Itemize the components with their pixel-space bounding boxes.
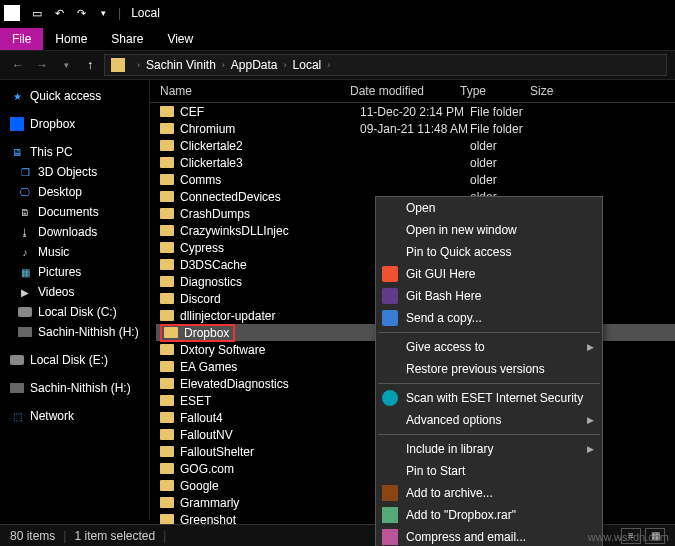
menu-item-label: Compress and email... bbox=[406, 530, 526, 544]
qat-redo-icon[interactable]: ↷ bbox=[73, 5, 89, 21]
qat-new-folder-icon[interactable]: ▭ bbox=[29, 5, 45, 21]
file-date: 09-Jan-21 11:48 AM bbox=[360, 122, 470, 136]
recent-dropdown[interactable]: ▾ bbox=[56, 55, 76, 75]
video-icon: ▶ bbox=[18, 285, 32, 299]
menu-item[interactable]: Advanced options▶ bbox=[376, 409, 602, 431]
chevron-right-icon[interactable]: › bbox=[137, 60, 140, 70]
menu-item[interactable]: Restore previous versions bbox=[376, 358, 602, 380]
back-button[interactable]: ← bbox=[8, 55, 28, 75]
table-row[interactable]: Commsolder bbox=[156, 171, 675, 188]
ribbon-tabs: File Home Share View bbox=[0, 26, 675, 50]
sidebar-label: Dropbox bbox=[30, 117, 75, 131]
sidebar-quick-access[interactable]: ★ Quick access bbox=[0, 86, 149, 106]
sidebar-item-downloads[interactable]: ⭳Downloads bbox=[0, 222, 149, 242]
sidebar-item-music[interactable]: ♪Music bbox=[0, 242, 149, 262]
menu-item[interactable]: Open in new window bbox=[376, 219, 602, 241]
desktop-icon: 🖵 bbox=[18, 185, 32, 199]
tab-share[interactable]: Share bbox=[99, 28, 155, 50]
menu-item-label: Open bbox=[406, 201, 435, 215]
qat-undo-icon[interactable]: ↶ bbox=[51, 5, 67, 21]
chevron-right-icon[interactable]: › bbox=[284, 60, 287, 70]
menu-item-label: Pin to Quick access bbox=[406, 245, 511, 259]
col-name[interactable]: Name bbox=[160, 84, 350, 98]
menu-item[interactable]: Add to "Dropbox.rar" bbox=[376, 504, 602, 526]
file-name: D3DSCache bbox=[180, 258, 360, 272]
sidebar-this-pc[interactable]: 🖥 This PC bbox=[0, 142, 149, 162]
sidebar-label: Pictures bbox=[38, 265, 81, 279]
tab-file[interactable]: File bbox=[0, 28, 43, 50]
sidebar-label: Local Disk (E:) bbox=[30, 353, 108, 367]
file-name: Clickertale2 bbox=[180, 139, 360, 153]
menu-item[interactable]: Send a copy... bbox=[376, 307, 602, 329]
file-name: CEF bbox=[180, 105, 360, 119]
tab-home[interactable]: Home bbox=[43, 28, 99, 50]
menu-item[interactable]: Compress and email... bbox=[376, 526, 602, 546]
crumb-2[interactable]: Local bbox=[293, 58, 322, 72]
menu-item[interactable]: Pin to Start bbox=[376, 460, 602, 482]
menu-separator bbox=[378, 383, 600, 384]
picture-icon: ▦ bbox=[18, 265, 32, 279]
menu-item-label: Restore previous versions bbox=[406, 362, 545, 376]
folder-icon bbox=[160, 429, 174, 440]
sidebar-item-drive-h-2[interactable]: Sachin-Nithish (H:) bbox=[0, 378, 149, 398]
chevron-right-icon: ▶ bbox=[587, 342, 594, 352]
menu-item-label: Open in new window bbox=[406, 223, 517, 237]
sidebar-item-drive-h[interactable]: Sachin-Nithish (H:) bbox=[0, 322, 149, 342]
send-icon bbox=[382, 310, 398, 326]
crumb-0[interactable]: Sachin Vinith bbox=[146, 58, 216, 72]
menu-item-label: Send a copy... bbox=[406, 311, 482, 325]
sidebar-item-desktop[interactable]: 🖵Desktop bbox=[0, 182, 149, 202]
menu-item[interactable]: Scan with ESET Internet Security bbox=[376, 387, 602, 409]
sidebar-item-local-disk-c[interactable]: Local Disk (C:) bbox=[0, 302, 149, 322]
chevron-right-icon[interactable]: › bbox=[327, 60, 330, 70]
music-icon: ♪ bbox=[18, 245, 32, 259]
menu-item[interactable]: Add to archive... bbox=[376, 482, 602, 504]
window-title: Local bbox=[131, 6, 160, 20]
sidebar-label: This PC bbox=[30, 145, 73, 159]
menu-item-label: Git Bash Here bbox=[406, 289, 481, 303]
forward-button[interactable]: → bbox=[32, 55, 52, 75]
sidebar-item-3d-objects[interactable]: ❒3D Objects bbox=[0, 162, 149, 182]
table-row[interactable]: Clickertale3older bbox=[156, 154, 675, 171]
sidebar-item-documents[interactable]: 🗎Documents bbox=[0, 202, 149, 222]
breadcrumb[interactable]: › Sachin Vinith › AppData › Local › bbox=[104, 54, 667, 76]
sidebar-item-pictures[interactable]: ▦Pictures bbox=[0, 262, 149, 282]
file-type: older bbox=[470, 173, 540, 187]
usb-icon bbox=[18, 325, 32, 339]
menu-item[interactable]: Git GUI Here bbox=[376, 263, 602, 285]
menu-separator bbox=[378, 332, 600, 333]
folder-icon bbox=[160, 191, 174, 202]
sidebar-network[interactable]: ⬚Network bbox=[0, 406, 149, 426]
sidebar-item-local-disk-e[interactable]: Local Disk (E:) bbox=[0, 350, 149, 370]
menu-item[interactable]: Give access to▶ bbox=[376, 336, 602, 358]
menu-item[interactable]: Pin to Quick access bbox=[376, 241, 602, 263]
menu-item[interactable]: Open bbox=[376, 197, 602, 219]
watermark: www.wsxdn.com bbox=[588, 531, 669, 543]
folder-icon bbox=[160, 395, 174, 406]
tab-view[interactable]: View bbox=[155, 28, 205, 50]
sidebar-dropbox[interactable]: Dropbox bbox=[0, 114, 149, 134]
col-date[interactable]: Date modified bbox=[350, 84, 460, 98]
chevron-right-icon[interactable]: › bbox=[222, 60, 225, 70]
qat-customize-icon[interactable]: ▾ bbox=[95, 5, 111, 21]
table-row[interactable]: CEF11-Dec-20 2:14 PMFile folder bbox=[156, 103, 675, 120]
table-row[interactable]: Chromium09-Jan-21 11:48 AMFile folder bbox=[156, 120, 675, 137]
git2-icon bbox=[382, 288, 398, 304]
table-row[interactable]: Clickertale2older bbox=[156, 137, 675, 154]
folder-icon bbox=[160, 344, 174, 355]
menu-item[interactable]: Include in library▶ bbox=[376, 438, 602, 460]
titlebar-divider: | bbox=[118, 6, 121, 20]
menu-item[interactable]: Git Bash Here bbox=[376, 285, 602, 307]
folder-icon bbox=[160, 157, 174, 168]
col-size[interactable]: Size bbox=[530, 84, 580, 98]
menu-item-label: Add to archive... bbox=[406, 486, 493, 500]
col-type[interactable]: Type bbox=[460, 84, 530, 98]
folder-icon bbox=[160, 480, 174, 491]
menu-item-label: Add to "Dropbox.rar" bbox=[406, 508, 516, 522]
file-name: Chromium bbox=[180, 122, 360, 136]
file-name: Discord bbox=[180, 292, 360, 306]
crumb-1[interactable]: AppData bbox=[231, 58, 278, 72]
file-name: Diagnostics bbox=[180, 275, 360, 289]
sidebar-item-videos[interactable]: ▶Videos bbox=[0, 282, 149, 302]
up-button[interactable]: ↑ bbox=[80, 55, 100, 75]
